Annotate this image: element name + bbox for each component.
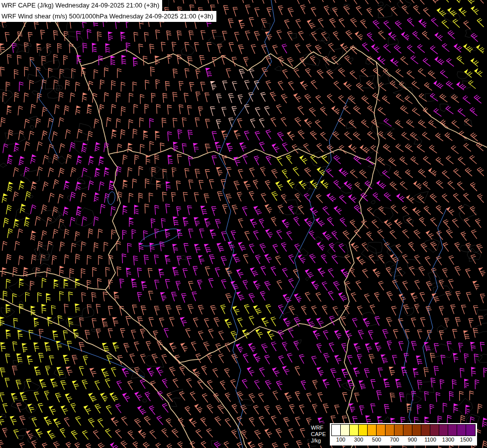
legend-color-cell (403, 425, 412, 436)
legend-color-cell (359, 425, 368, 436)
legend-tick-label: 700 (390, 437, 399, 443)
legend-color-cell (421, 425, 430, 436)
legend-tick-label: 300 (354, 437, 363, 443)
weather-map-viewport: WRF CAPE (J/kg) Wednesday 24-09-2025 21:… (0, 0, 487, 448)
legend-color-cell (448, 425, 457, 436)
legend-color-cell (341, 425, 350, 436)
title-cape: WRF CAPE (J/kg) Wednesday 24-09-2025 21:… (0, 0, 162, 11)
legend-labels: WRF CAPE J/kg (309, 423, 330, 446)
legend-variable-label: CAPE (311, 431, 326, 438)
legend-tick-label: 900 (408, 437, 417, 443)
legend-color-scale: 100300500700900110013001500 (330, 423, 477, 446)
map-titles: WRF CAPE (J/kg) Wednesday 24-09-2025 21:… (0, 0, 216, 22)
legend-tick-label: 1500 (460, 437, 472, 443)
legend-color-cell (377, 425, 386, 436)
wind-shear-cape-map-canvas (0, 0, 487, 448)
legend-tick-label: 500 (372, 437, 381, 443)
legend-color-cell (386, 425, 394, 436)
legend-color-cell (368, 425, 377, 436)
legend-color-cell (457, 425, 466, 436)
legend-color-cell (412, 425, 421, 436)
legend-color-bar (331, 424, 476, 436)
legend-color-cell (439, 425, 448, 436)
legend-color-cell (332, 425, 341, 436)
legend-color-cell (394, 425, 403, 436)
legend-color-cell (350, 425, 359, 436)
legend-tick-label: 100 (336, 437, 345, 443)
legend-tick-label: 1300 (442, 437, 454, 443)
legend-model-label: WRF (311, 425, 326, 431)
legend-tick-label: 1100 (424, 437, 436, 443)
legend-color-cell (466, 425, 475, 436)
legend-units-label: J/kg (311, 438, 326, 444)
legend-tick-labels: 100300500700900110013001500 (331, 436, 476, 444)
cape-legend: WRF CAPE J/kg 10030050070090011001300150… (309, 423, 477, 446)
legend-color-cell (430, 425, 439, 436)
title-wind-shear: WRF Wind shear (m/s) 500/1000hPa Wednesd… (0, 11, 216, 22)
